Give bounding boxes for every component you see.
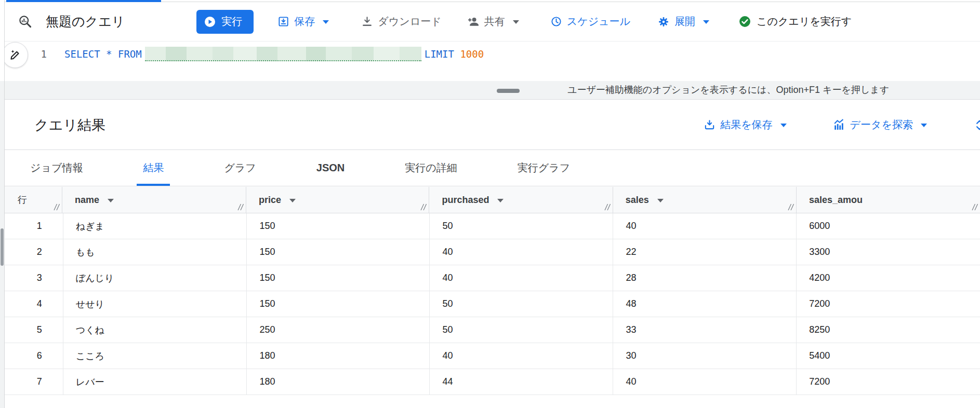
clock-icon	[550, 16, 562, 28]
check-circle-icon	[738, 15, 751, 28]
table-body: 1ねぎま150504060002もも150402233003ぼんじり150402…	[5, 213, 980, 395]
left-scrollbar[interactable]	[0, 0, 5, 408]
cell-sales: 22	[613, 239, 797, 265]
save-dropdown-caret[interactable]	[323, 20, 329, 24]
explore-data-caret[interactable]	[921, 124, 927, 127]
validity-message: このクエリを実行す	[757, 15, 852, 29]
cell-purchased: 40	[430, 265, 613, 291]
column-header-purchased[interactable]: purchased	[429, 187, 613, 213]
expand-button[interactable]: 展開	[657, 15, 709, 29]
cell-sales_amou: 8250	[797, 317, 980, 343]
schedule-button[interactable]: スケジュール	[550, 15, 630, 29]
column-resize-handle[interactable]	[970, 203, 978, 211]
column-resize-handle[interactable]	[603, 203, 611, 211]
query-title[interactable]: 無題のクエリ	[46, 13, 125, 30]
explore-data-label: データを探索	[850, 118, 913, 132]
column-menu-caret[interactable]	[497, 199, 504, 202]
cell-sales_amou: 4200	[797, 265, 980, 291]
column-label: name	[75, 195, 99, 206]
share-button-label: 共有	[484, 15, 505, 29]
row-number-cell: 5	[5, 317, 63, 343]
column-resize-handle[interactable]	[236, 203, 244, 211]
explore-data-button[interactable]: データを探索	[832, 118, 927, 132]
cell-price: 180	[247, 343, 430, 369]
cell-sales: 40	[613, 369, 797, 395]
pencil-sparkle-icon	[8, 48, 22, 62]
cell-purchased: 50	[430, 291, 613, 317]
cell-sales: 33	[613, 317, 797, 343]
column-resize-handle[interactable]	[52, 203, 60, 211]
save-button[interactable]: 保存	[277, 15, 329, 29]
cell-sales_amou: 5400	[797, 343, 980, 369]
column-resize-handle[interactable]	[786, 203, 794, 211]
download-button[interactable]: ダウンロード	[361, 15, 441, 29]
ai-edit-button[interactable]	[2, 42, 28, 68]
column-header-price[interactable]: price	[246, 187, 429, 213]
column-header-name[interactable]: name	[62, 187, 246, 213]
results-tabs: ジョブ情報結果グラフJSON実行の詳細実行グラフ	[5, 150, 980, 186]
table-header-row: 行namepricepurchasedsalessales_amou	[5, 187, 980, 213]
cell-name: こころ	[63, 343, 247, 369]
sql-code[interactable]: SELECT * FROMLIMIT 1000	[47, 46, 484, 62]
save-icon	[277, 16, 289, 28]
share-dropdown-caret[interactable]	[513, 20, 519, 24]
column-menu-caret[interactable]	[289, 199, 296, 202]
cell-sales_amou: 7200	[797, 291, 980, 317]
panel-drag-handle[interactable]	[497, 89, 520, 93]
cell-purchased: 50	[430, 213, 613, 239]
expand-dropdown-caret[interactable]	[703, 20, 709, 24]
tab-results[interactable]: 結果	[137, 150, 170, 186]
results-table: 行namepricepurchasedsalessales_amou 1ねぎま1…	[5, 187, 980, 408]
left-scrollbar-thumb[interactable]	[1, 228, 4, 266]
cell-sales: 28	[613, 265, 797, 291]
code-line-1[interactable]: 1 SELECT * FROMLIMIT 1000	[5, 42, 980, 62]
column-resize-handle[interactable]	[419, 203, 427, 211]
accessibility-hint: ユーザー補助機能のオプションを表示するには、Option+F1 キーを押します	[567, 81, 889, 100]
tab-chart[interactable]: グラフ	[218, 150, 262, 186]
cell-sales: 40	[613, 213, 797, 239]
save-results-caret[interactable]	[780, 124, 787, 127]
table-row[interactable]: 3ぼんじり15040284200	[5, 265, 980, 291]
run-button[interactable]: 実行	[196, 10, 254, 34]
cell-price: 150	[247, 239, 430, 265]
cell-sales_amou: 3300	[797, 239, 980, 265]
table-row[interactable]: 7レバー18044407200	[5, 369, 980, 395]
table-row[interactable]: 1ねぎま15050406000	[5, 213, 980, 239]
unfold-icon	[973, 118, 980, 132]
cell-sales_amou: 6000	[797, 213, 980, 239]
table-row[interactable]: 6こころ18040305400	[5, 343, 980, 369]
run-button-label: 実行	[221, 15, 242, 29]
row-number-cell: 1	[5, 213, 63, 239]
table-row[interactable]: 4せせり15050487200	[5, 291, 980, 317]
column-menu-caret[interactable]	[657, 199, 664, 202]
collapse-results-button[interactable]	[973, 118, 980, 132]
results-actions: 結果を保存 データを探索	[704, 118, 980, 132]
column-menu-caret[interactable]	[108, 199, 114, 202]
cell-price: 150	[247, 213, 430, 239]
column-header-sales_amou[interactable]: sales_amou	[797, 187, 980, 213]
row-number-cell: 7	[5, 369, 63, 395]
query-results-header: クエリ結果 結果を保存	[5, 100, 980, 150]
sql-editor[interactable]: 1 SELECT * FROMLIMIT 1000	[5, 42, 980, 81]
tab-execution-graph[interactable]: 実行グラフ	[511, 150, 576, 186]
tab-job-info[interactable]: ジョブ情報	[24, 150, 89, 186]
cell-sales: 30	[613, 343, 797, 369]
sql-select-from: SELECT * FROM	[64, 48, 142, 60]
column-label: sales_amou	[809, 195, 863, 206]
table-row[interactable]: 2もも15040223300	[5, 239, 980, 265]
cell-price: 150	[247, 291, 430, 317]
cell-purchased: 44	[430, 369, 613, 395]
tab-execution-details[interactable]: 実行の詳細	[399, 150, 463, 186]
query-validity-status: このクエリを実行す	[738, 15, 852, 29]
column-header-sales[interactable]: sales	[613, 187, 797, 213]
cell-price: 150	[247, 265, 430, 291]
tab-json[interactable]: JSON	[310, 150, 351, 186]
save-results-label: 結果を保存	[720, 118, 772, 132]
play-icon	[204, 16, 216, 28]
save-results-button[interactable]: 結果を保存	[704, 118, 786, 132]
query-toolbar: 無題のクエリ 実行 保存 ダウンロード	[5, 2, 980, 42]
share-button[interactable]: 共有	[467, 15, 519, 29]
row-header-label: 行	[18, 194, 27, 206]
table-row[interactable]: 5つくね25050338250	[5, 317, 980, 343]
column-label: purchased	[442, 195, 489, 206]
